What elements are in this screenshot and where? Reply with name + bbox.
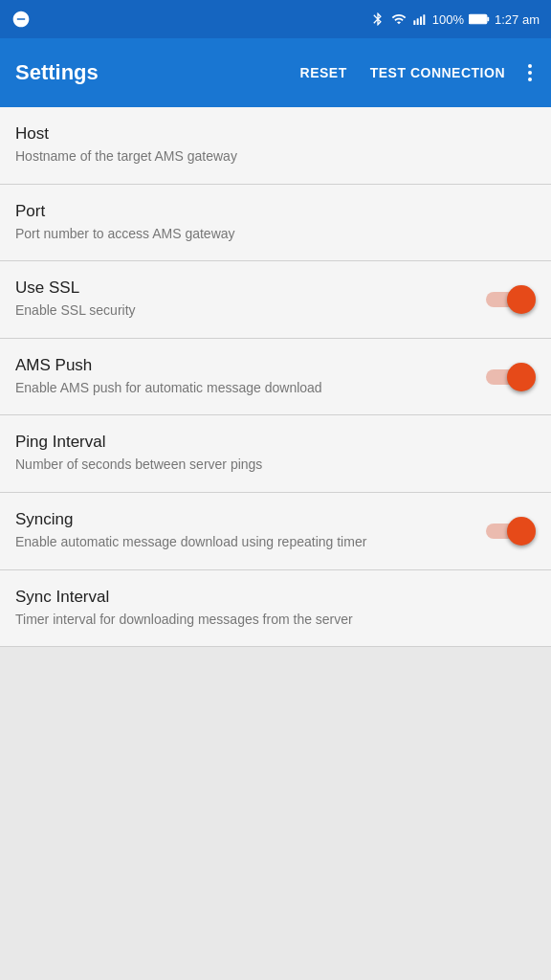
settings-item-content-use-ssl: Use SSLEnable SSL security bbox=[15, 278, 484, 321]
time-text: 1:27 am bbox=[495, 12, 540, 27]
settings-item-content-host: HostHostname of the target AMS gateway bbox=[15, 124, 536, 167]
settings-item-content-sync-interval: Sync IntervalTimer interval for download… bbox=[15, 588, 536, 630]
overflow-dot-3 bbox=[528, 78, 532, 81]
status-bar: 100% 1:27 am bbox=[0, 0, 551, 38]
overflow-menu-button[interactable] bbox=[524, 56, 536, 89]
settings-item-subtitle-syncing: Enable automatic message download using … bbox=[15, 533, 473, 552]
settings-item-content-port: PortPort number to access AMS gateway bbox=[15, 202, 536, 244]
settings-item-subtitle-use-ssl: Enable SSL security bbox=[15, 301, 473, 321]
svg-rect-5 bbox=[487, 17, 489, 22]
status-bar-left bbox=[11, 10, 31, 29]
toggle-syncing[interactable] bbox=[484, 517, 536, 546]
settings-item-ams-push[interactable]: AMS PushEnable AMS push for automatic me… bbox=[0, 339, 551, 416]
settings-item-subtitle-port: Port number to access AMS gateway bbox=[15, 225, 524, 244]
app-bar: Settings RESET TEST CONNECTION bbox=[0, 38, 551, 107]
toggle-use-ssl[interactable] bbox=[484, 285, 536, 314]
signal-icon bbox=[412, 11, 428, 27]
settings-item-title-use-ssl: Use SSL bbox=[15, 278, 473, 298]
settings-item-sync-interval[interactable]: Sync IntervalTimer interval for download… bbox=[0, 570, 551, 648]
settings-item-use-ssl[interactable]: Use SSLEnable SSL security bbox=[0, 261, 551, 339]
status-icons: 100% 1:27 am bbox=[370, 11, 540, 27]
settings-item-host[interactable]: HostHostname of the target AMS gateway bbox=[0, 107, 551, 185]
settings-item-syncing[interactable]: SyncingEnable automatic message download… bbox=[0, 493, 551, 570]
svg-rect-4 bbox=[469, 14, 487, 23]
svg-rect-1 bbox=[416, 18, 418, 25]
wifi-icon bbox=[390, 11, 408, 27]
settings-item-subtitle-sync-interval: Timer interval for downloading messages … bbox=[15, 611, 524, 630]
svg-rect-2 bbox=[420, 16, 422, 25]
toggle-thumb-ams-push bbox=[507, 363, 536, 391]
svg-rect-3 bbox=[423, 14, 425, 25]
page-title: Settings bbox=[15, 60, 281, 85]
settings-item-subtitle-host: Hostname of the target AMS gateway bbox=[15, 147, 524, 167]
toggle-thumb-syncing bbox=[507, 517, 536, 546]
settings-item-port[interactable]: PortPort number to access AMS gateway bbox=[0, 185, 551, 262]
toggle-thumb-use-ssl bbox=[507, 285, 536, 314]
settings-item-subtitle-ping-interval: Number of seconds between server pings bbox=[15, 456, 524, 475]
settings-item-content-syncing: SyncingEnable automatic message download… bbox=[15, 510, 484, 552]
settings-item-title-ams-push: AMS Push bbox=[15, 356, 473, 375]
settings-item-title-port: Port bbox=[15, 202, 524, 221]
settings-item-title-sync-interval: Sync Interval bbox=[15, 588, 524, 607]
overflow-dot-1 bbox=[528, 64, 532, 68]
settings-item-title-ping-interval: Ping Interval bbox=[15, 433, 524, 452]
settings-item-content-ams-push: AMS PushEnable AMS push for automatic me… bbox=[15, 356, 484, 398]
settings-list: HostHostname of the target AMS gatewayPo… bbox=[0, 107, 551, 647]
battery-text: 100% bbox=[432, 12, 464, 27]
battery-icon bbox=[469, 12, 490, 26]
bluetooth-icon bbox=[370, 11, 386, 27]
do-not-disturb-icon bbox=[11, 10, 31, 29]
settings-item-title-host: Host bbox=[15, 124, 524, 144]
app-bar-actions: RESET TEST CONNECTION bbox=[297, 56, 536, 89]
settings-item-ping-interval[interactable]: Ping IntervalNumber of seconds between s… bbox=[0, 415, 551, 493]
svg-rect-0 bbox=[413, 20, 415, 25]
settings-item-title-syncing: Syncing bbox=[15, 510, 473, 529]
overflow-dot-2 bbox=[528, 71, 532, 75]
settings-item-subtitle-ams-push: Enable AMS push for automatic message do… bbox=[15, 379, 473, 398]
reset-button[interactable]: RESET bbox=[297, 57, 351, 88]
settings-item-content-ping-interval: Ping IntervalNumber of seconds between s… bbox=[15, 433, 536, 475]
toggle-ams-push[interactable] bbox=[484, 363, 536, 391]
test-connection-button[interactable]: TEST CONNECTION bbox=[366, 57, 509, 88]
